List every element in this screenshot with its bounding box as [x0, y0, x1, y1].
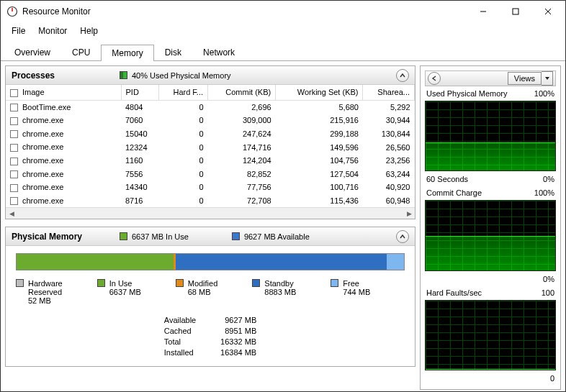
scroll-left-icon[interactable]: ◀	[6, 208, 17, 219]
table-row[interactable]: chrome.exe11600124,204104,75623,256	[6, 154, 415, 168]
graph-commit-charge	[425, 200, 556, 270]
graph2-title: Commit Charge	[426, 188, 482, 197]
membar-inuse	[17, 254, 174, 270]
col-hard-faults[interactable]: Hard F...	[159, 85, 208, 100]
processes-header[interactable]: Processes 40% Used Physical Memory	[6, 66, 415, 85]
collapse-button[interactable]	[396, 69, 409, 82]
close-button[interactable]	[531, 1, 564, 22]
graph3-footer-right: 0	[550, 374, 554, 383]
row-checkbox[interactable]	[10, 144, 18, 152]
horizontal-scrollbar[interactable]: ◀ ▶	[6, 207, 415, 219]
physical-memory-header[interactable]: Physical Memory 6637 MB In Use 9627 MB A…	[6, 227, 415, 246]
graph1-footer-right: 0%	[543, 175, 554, 183]
graph2-max: 100%	[534, 188, 554, 197]
free-swatch-icon	[331, 279, 338, 287]
graphs-toolbar: Views	[425, 70, 556, 86]
collapse-button[interactable]	[396, 230, 409, 243]
processes-stat: 40% Used Physical Memory	[132, 71, 231, 80]
tab-overview[interactable]: Overview	[4, 44, 61, 60]
window-title: Resource Monitor	[22, 6, 467, 17]
svg-rect-2	[513, 9, 518, 14]
available-swatch-icon	[232, 232, 240, 240]
physical-memory-title: Physical Memory	[12, 232, 120, 242]
tab-cpu[interactable]: CPU	[61, 44, 101, 60]
memory-swatch-icon	[120, 71, 127, 79]
table-row[interactable]: BootTime.exe480402,6965,6805,292	[6, 100, 415, 114]
processes-table: Image PID Hard F... Commit (KB) Working …	[6, 85, 415, 207]
row-checkbox[interactable]	[10, 158, 18, 165]
menu-file[interactable]: File	[5, 24, 32, 38]
views-button[interactable]: Views	[508, 72, 542, 85]
membar-standby	[176, 254, 387, 270]
graph3-title: Hard Faults/sec	[426, 288, 482, 297]
physical-stat-inuse: 6637 MB In Use	[132, 232, 189, 241]
minimize-button[interactable]	[467, 1, 499, 22]
col-pid[interactable]: PID	[121, 85, 159, 100]
col-working-set[interactable]: Working Set (KB)	[276, 85, 363, 100]
col-shareable[interactable]: Sharea...	[363, 85, 415, 100]
graph-used-physical-memory	[425, 101, 556, 171]
table-row[interactable]: chrome.exe123240174,716149,59626,560	[6, 140, 415, 154]
tabbar: Overview CPU Memory Disk Network	[1, 41, 565, 61]
row-checkbox[interactable]	[10, 117, 18, 125]
table-row[interactable]: chrome.exe150400247,624299,188130,844	[6, 127, 415, 141]
table-row[interactable]: chrome.exe7556082,852127,50463,244	[6, 168, 415, 181]
processes-table-wrap: Image PID Hard F... Commit (KB) Working …	[6, 85, 415, 207]
physical-stat-available: 9627 MB Available	[244, 232, 310, 241]
views-dropdown[interactable]	[542, 71, 553, 86]
processes-panel: Processes 40% Used Physical Memory Image…	[5, 65, 415, 219]
memory-composition-bar	[16, 253, 405, 270]
memory-legend: HardwareReserved52 MB In Use6637 MB Modi…	[16, 279, 405, 305]
titlebar: Resource Monitor	[1, 1, 565, 22]
graph-hard-faults	[425, 300, 556, 370]
table-row[interactable]: chrome.exe8716072,708115,43660,948	[6, 194, 415, 207]
inuse-swatch-icon	[97, 279, 105, 287]
standby-swatch-icon	[252, 279, 260, 287]
row-checkbox[interactable]	[10, 104, 18, 111]
table-row[interactable]: chrome.exe14340077,756100,71640,920	[6, 181, 415, 194]
select-all-checkbox[interactable]	[10, 89, 18, 97]
graph1-max: 100%	[534, 89, 554, 98]
table-row[interactable]: chrome.exe70600309,000215,91630,944	[6, 114, 415, 127]
tab-disk[interactable]: Disk	[154, 44, 192, 60]
tab-network[interactable]: Network	[192, 44, 246, 60]
physical-memory-panel: Physical Memory 6637 MB In Use 9627 MB A…	[5, 227, 415, 367]
graph3-max: 100	[542, 288, 554, 297]
processes-title: Processes	[12, 70, 120, 81]
modified-swatch-icon	[176, 279, 184, 287]
graph1-footer-left: 60 Seconds	[426, 175, 468, 183]
menubar: File Monitor Help	[1, 22, 565, 40]
memory-stats: Available Cached Total Installed 9627 MB…	[16, 315, 405, 357]
col-image[interactable]: Image	[6, 85, 121, 100]
scroll-right-icon[interactable]: ▶	[403, 208, 415, 219]
graph2-footer-right: 0%	[543, 275, 554, 283]
inuse-swatch-icon	[120, 232, 127, 240]
row-checkbox[interactable]	[10, 197, 18, 205]
graphs-pane: Views Used Physical Memory100% 60 Second…	[420, 65, 561, 390]
tab-memory[interactable]: Memory	[101, 45, 153, 61]
maximize-button[interactable]	[499, 1, 531, 22]
row-checkbox[interactable]	[10, 184, 18, 192]
menu-help[interactable]: Help	[73, 24, 104, 38]
expand-button[interactable]	[428, 72, 441, 85]
membar-free	[387, 254, 404, 270]
row-checkbox[interactable]	[10, 130, 18, 138]
hw-swatch-icon	[16, 279, 24, 287]
app-icon	[6, 6, 18, 17]
graph1-title: Used Physical Memory	[426, 89, 507, 98]
row-checkbox[interactable]	[10, 170, 18, 178]
col-commit[interactable]: Commit (KB)	[208, 85, 276, 100]
menu-monitor[interactable]: Monitor	[32, 24, 73, 38]
